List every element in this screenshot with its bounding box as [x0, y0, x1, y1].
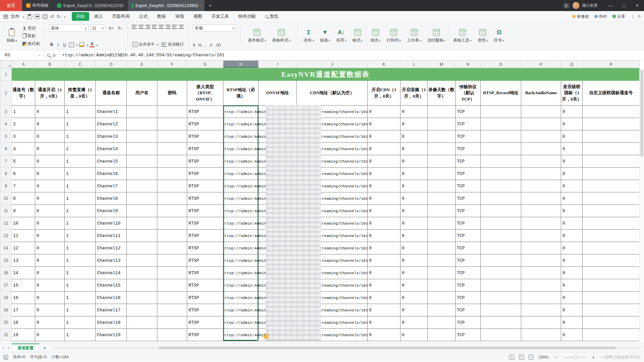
- cell-B6[interactable]: 0: [35, 143, 65, 155]
- font-size-select[interactable]: 11: [90, 24, 106, 32]
- cell-E4[interactable]: [127, 118, 157, 130]
- cell-B5[interactable]: 0: [35, 130, 65, 143]
- share-button[interactable]: 分享: [610, 13, 628, 20]
- cell-E21[interactable]: [127, 329, 157, 341]
- cell-A7[interactable]: 5: [12, 155, 35, 168]
- cell-N8[interactable]: TCP: [455, 168, 481, 180]
- cell-C11[interactable]: 1: [65, 205, 96, 217]
- cell-G6[interactable]: RTSP: [187, 143, 223, 155]
- zoom-out-button[interactable]: [553, 355, 558, 360]
- cell-D9[interactable]: Channel7: [96, 180, 127, 192]
- cell-N16[interactable]: TCP: [455, 267, 481, 279]
- cell-H9[interactable]: rtsp://admin:Admin@123@10.40.40.148:554/…: [223, 180, 259, 192]
- horizontal-scrollbar-thumb[interactable]: [158, 347, 616, 349]
- cell-N18[interactable]: TCP: [455, 292, 481, 304]
- cell-O19[interactable]: [481, 304, 521, 316]
- cell-A21[interactable]: 19: [12, 329, 35, 341]
- cell-Q11[interactable]: 0: [561, 205, 583, 217]
- hamburger-menu-icon[interactable]: [3, 15, 8, 18]
- cell-B8[interactable]: 0: [35, 168, 65, 180]
- cell-O12[interactable]: [481, 217, 521, 230]
- cell-R16[interactable]: [583, 267, 640, 279]
- cell-F7[interactable]: [157, 155, 187, 168]
- row-header-6[interactable]: 6: [0, 143, 12, 155]
- cell-O5[interactable]: [481, 130, 521, 143]
- cell-B19[interactable]: 0: [35, 304, 65, 316]
- number-symbol-button-1[interactable]: %: [198, 43, 202, 48]
- cell-R10[interactable]: [583, 192, 640, 205]
- cell-Q10[interactable]: 0: [561, 192, 583, 205]
- minimize-button[interactable]: [604, 0, 617, 11]
- font-name-select[interactable]: 宋体: [49, 24, 89, 32]
- row-header-15[interactable]: 15: [0, 254, 12, 267]
- row-header-10[interactable]: 10: [0, 192, 12, 205]
- cell-A10[interactable]: 8: [12, 192, 35, 205]
- borders-icon[interactable]: [69, 42, 74, 47]
- row-header-2[interactable]: 2: [0, 81, 12, 106]
- align-right-icon[interactable]: [165, 24, 170, 29]
- cell-D4[interactable]: Channel2: [96, 118, 127, 130]
- cell-G12[interactable]: RTSP: [187, 217, 223, 230]
- row-header-3[interactable]: 3: [0, 106, 12, 118]
- cell-Q12[interactable]: 0: [561, 217, 583, 230]
- cell-K21[interactable]: 0: [368, 329, 400, 341]
- cell-N10[interactable]: TCP: [455, 192, 481, 205]
- cell-P21[interactable]: [521, 329, 561, 341]
- cell-M14[interactable]: [428, 242, 455, 254]
- notification-badge[interactable]: 2: [563, 3, 569, 8]
- cut-button[interactable]: 剪切: [22, 25, 41, 32]
- cell-A3[interactable]: 1: [12, 106, 35, 118]
- cell-A9[interactable]: 7: [12, 180, 35, 192]
- cell-N9[interactable]: TCP: [455, 180, 481, 192]
- cell-L9[interactable]: 0: [400, 180, 428, 192]
- cell-H4[interactable]: rtsp://admin:Admin@123@10.40.40.148:554/…: [223, 118, 259, 130]
- cell-C8[interactable]: 1: [65, 168, 96, 180]
- cell-D7[interactable]: Channel5: [96, 155, 127, 168]
- cell-M21[interactable]: [428, 329, 455, 341]
- cell-E5[interactable]: [127, 130, 157, 143]
- cell-F9[interactable]: [157, 180, 187, 192]
- cell-F20[interactable]: [157, 316, 187, 329]
- cell-C13[interactable]: 1: [65, 230, 96, 242]
- cell-F3[interactable]: [157, 106, 187, 118]
- row-header-18[interactable]: 18: [0, 292, 12, 304]
- docer-template-tab[interactable]: 稻壳模板: [22, 0, 53, 11]
- fill-color-icon[interactable]: [79, 42, 84, 47]
- cell-R11[interactable]: [583, 205, 640, 217]
- cell-K5[interactable]: 0: [368, 130, 400, 143]
- cell-D15[interactable]: Channel13: [96, 254, 127, 267]
- cell-M16[interactable]: [428, 267, 455, 279]
- cell-F2[interactable]: 密码: [157, 81, 187, 106]
- ribbon-search[interactable]: 查找: [265, 13, 278, 19]
- cell-G2[interactable]: 接入类型（RTSP、ONVIF）: [187, 81, 223, 106]
- home-tab[interactable]: 首页: [0, 0, 22, 11]
- cell-O15[interactable]: [481, 254, 521, 267]
- more-options-icon[interactable]: [631, 14, 635, 19]
- cell-E11[interactable]: [127, 205, 157, 217]
- cell-Q17[interactable]: 0: [561, 279, 583, 292]
- cell-B15[interactable]: 0: [35, 254, 65, 267]
- column-header-F[interactable]: F: [157, 61, 187, 68]
- cell-H17[interactable]: rtsp://admin:Admin@123@10.40.40.148:554/…: [223, 279, 259, 292]
- cell-E3[interactable]: [127, 106, 157, 118]
- cell-L19[interactable]: 0: [400, 304, 428, 316]
- cell-F15[interactable]: [157, 254, 187, 267]
- cell-A4[interactable]: 2: [12, 118, 35, 130]
- cell-H12[interactable]: rtsp://admin:Admin@123@10.40.40.148:554/…: [223, 217, 259, 230]
- cell-M10[interactable]: [428, 192, 455, 205]
- cell-R18[interactable]: [583, 292, 640, 304]
- cell-P7[interactable]: [521, 155, 561, 168]
- cell-P12[interactable]: [521, 217, 561, 230]
- cell-O18[interactable]: [481, 292, 521, 304]
- cell-N2[interactable]: 传输协议（默认TCP）: [455, 81, 481, 106]
- cell-P3[interactable]: [521, 106, 561, 118]
- undo-icon[interactable]: [50, 14, 54, 19]
- cell-F13[interactable]: [157, 230, 187, 242]
- wrap-text-button[interactable]: 自动换行: [161, 41, 184, 48]
- collaborate-button[interactable]: 协作: [592, 13, 610, 20]
- cell-Q3[interactable]: 0: [561, 106, 583, 118]
- cell-H3[interactable]: rtsp://admin:Admin@123@10.40.40.148:554/…: [223, 106, 259, 118]
- cell-C2[interactable]: 按需直播（1是，0否）: [65, 81, 96, 106]
- cell-G5[interactable]: RTSP: [187, 130, 223, 143]
- cell-B20[interactable]: 0: [35, 316, 65, 329]
